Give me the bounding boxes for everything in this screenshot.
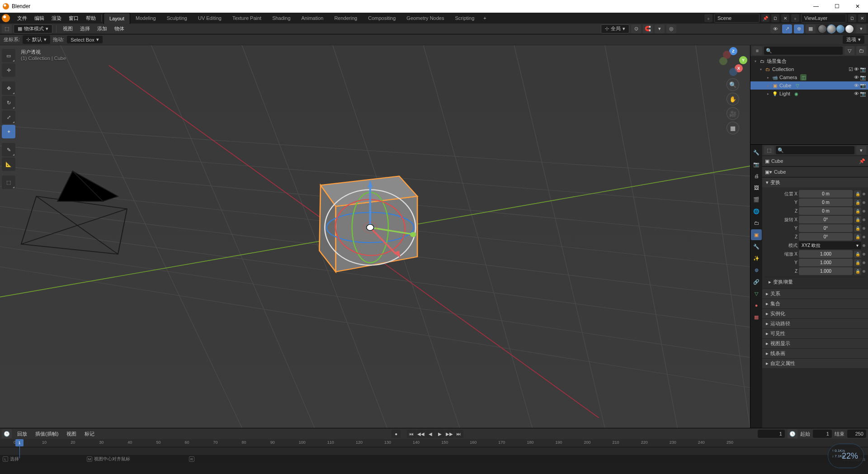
viewlayer-name-field[interactable]: ViewLayer — [801, 14, 846, 23]
blender-logo-icon[interactable] — [2, 14, 10, 22]
scl-x-field[interactable]: 1.000 — [799, 250, 853, 258]
material-shading-icon[interactable] — [836, 25, 844, 33]
coord-dropdown[interactable]: ⊹默认▾ — [23, 35, 50, 44]
close-button[interactable]: ✕ — [847, 0, 868, 13]
loc-x-field[interactable]: 0 m — [799, 190, 853, 198]
vp-menu-select[interactable]: 选择 — [77, 25, 93, 32]
ptab-material[interactable]: ● — [751, 300, 762, 311]
select-box-tool[interactable]: ▭ — [2, 49, 15, 62]
end-frame-field[interactable]: 250 — [847, 430, 866, 438]
scene-new-icon[interactable]: 🗋 — [771, 14, 779, 22]
ptab-constraints[interactable]: 🔗 — [751, 276, 762, 287]
scale-tool[interactable]: ⤢ — [2, 110, 15, 124]
tl-keying[interactable]: 插值(插帧) — [33, 431, 61, 437]
perspective-toggle-icon[interactable]: ▦ — [727, 122, 739, 134]
loc-z-field[interactable]: 0 m — [799, 207, 853, 215]
pan-icon[interactable]: ✋ — [727, 93, 739, 105]
panel-transform-header[interactable]: ▾变换 — [762, 177, 868, 187]
rendered-shading-icon[interactable] — [845, 25, 854, 33]
prev-keyframe-button[interactable]: ◀◀ — [416, 430, 425, 438]
panel-motion-header[interactable]: ▸运动路径 — [762, 318, 868, 328]
viewlayer-browse-icon[interactable]: ⬨ — [791, 14, 799, 22]
workspace-tab-texture-paint[interactable]: Texture Paint — [227, 13, 267, 24]
menu-render[interactable]: 渲染 — [48, 13, 65, 24]
ptab-particles[interactable]: ✨ — [751, 253, 762, 264]
properties-editor-icon[interactable]: ⬚ — [764, 146, 774, 155]
workspace-tab-geometry-nodes[interactable]: Geometry Nodes — [401, 13, 449, 24]
play-button[interactable]: ▶ — [435, 430, 444, 438]
rotation-mode-dropdown[interactable]: XYZ 欧拉▾ — [799, 242, 861, 249]
outliner-editor-icon[interactable]: ≡ — [752, 46, 762, 55]
current-frame-field[interactable]: 1 — [758, 430, 785, 438]
autokey-toggle[interactable]: ● — [392, 430, 401, 438]
ptab-output[interactable]: 🖨 — [751, 171, 762, 181]
annotate-tool[interactable]: ✎ — [2, 143, 15, 156]
properties-search[interactable]: 🔍 — [776, 146, 854, 154]
shading-options-icon[interactable]: ▾ — [856, 24, 866, 33]
scl-z-field[interactable]: 1.000 — [799, 267, 853, 275]
viewlayer-new-icon[interactable]: 🗋 — [848, 14, 856, 22]
start-frame-field[interactable]: 1 — [813, 430, 832, 438]
ptab-tool[interactable]: 🔧 — [751, 147, 762, 158]
workspace-tab-sculpting[interactable]: Sculpting — [161, 13, 193, 24]
vp-menu-view[interactable]: 视图 — [60, 25, 75, 32]
ptab-scene[interactable]: 🎬 — [751, 194, 762, 205]
ptab-render[interactable]: 📷 — [751, 159, 762, 170]
solid-shading-icon[interactable] — [827, 25, 835, 33]
add-cube-tool[interactable]: ⬚ — [2, 175, 15, 189]
scene-del-icon[interactable]: ✕ — [781, 14, 789, 22]
minimize-button[interactable]: — — [806, 0, 826, 13]
ptab-object[interactable]: ▣ — [751, 229, 762, 240]
tl-marker[interactable]: 标记 — [82, 431, 97, 437]
panel-collections-header[interactable]: ▸集合 — [762, 299, 868, 308]
tl-view[interactable]: 视图 — [64, 431, 79, 437]
axis-gizmo[interactable]: Z Y X — [719, 49, 746, 76]
panel-visibility-header[interactable]: ▸可见性 — [762, 328, 868, 338]
collection-row[interactable]: ▾🗀Collection ☑👁📷 — [750, 65, 868, 73]
cursor-tool[interactable]: ✛ — [2, 63, 15, 77]
add-workspace-button[interactable]: + — [480, 15, 490, 21]
timeline-editor-icon[interactable]: 🕒 — [2, 429, 12, 438]
rot-z-field[interactable]: 0° — [799, 233, 853, 241]
ptab-texture[interactable]: ▩ — [751, 312, 762, 322]
scene-name-field[interactable]: Scene — [714, 14, 760, 23]
outliner-filter-icon[interactable]: ▽ — [844, 46, 854, 55]
frame-lock-icon[interactable]: 🕓 — [788, 429, 797, 438]
outliner-new-collection-icon[interactable]: 🗀 — [856, 46, 866, 55]
zoom-icon[interactable]: 🔍 — [727, 79, 739, 90]
scl-y-field[interactable]: 1.000 — [799, 259, 853, 266]
rot-x-field[interactable]: 0° — [799, 216, 853, 223]
drag-dropdown[interactable]: Select Box▾ — [67, 36, 103, 43]
panel-instancing-header[interactable]: ▸实例化 — [762, 308, 868, 318]
visibility-icon[interactable]: 👁 — [770, 24, 780, 33]
maximize-button[interactable]: ☐ — [826, 0, 847, 13]
menu-edit[interactable]: 编辑 — [31, 13, 48, 24]
workspace-tab-modeling[interactable]: Modeling — [130, 13, 161, 24]
outliner-item-light[interactable]: ▸💡Light◉👁📷 — [750, 90, 868, 98]
workspace-tab-compositing[interactable]: Compositing — [363, 13, 401, 24]
panel-delta-header[interactable]: ▸变换增量 — [765, 277, 865, 287]
panel-viewport-header[interactable]: ▸视图显示 — [762, 338, 868, 348]
viewlayer-del-icon[interactable]: ✕ — [858, 14, 866, 22]
panel-lineart-header[interactable]: ▸线条画 — [762, 348, 868, 358]
ptab-viewlayer[interactable]: 🖼 — [751, 182, 762, 193]
outliner-item-cube[interactable]: ▸▣Cube▽👁📷 — [750, 81, 868, 90]
ptab-collection[interactable]: 🗀 — [751, 218, 762, 228]
ptab-modifiers[interactable]: 🔧 — [751, 241, 762, 252]
shading-mode-group[interactable] — [817, 24, 854, 33]
snap-target-icon[interactable]: ▾ — [655, 24, 665, 33]
data-breadcrumb[interactable]: ▣▾Cube — [762, 166, 868, 177]
workspace-tab-animation[interactable]: Animation — [296, 13, 329, 24]
loc-y-field[interactable]: 0 m — [799, 199, 853, 206]
ptab-world[interactable]: 🌐 — [751, 206, 762, 217]
scene-collection-row[interactable]: ▾🗀场景集合 — [750, 57, 868, 65]
playhead[interactable]: 1 — [15, 439, 24, 446]
workspace-tab-uv-editing[interactable]: UV Editing — [193, 13, 227, 24]
vp-menu-object[interactable]: 物体 — [112, 25, 127, 32]
tl-playback[interactable]: 回放 — [14, 431, 30, 437]
object-breadcrumb[interactable]: ▣Cube 📌 — [762, 156, 868, 166]
properties-options-icon[interactable]: ▾ — [856, 146, 866, 155]
vp-menu-add[interactable]: 添加 — [94, 25, 110, 32]
jump-end-button[interactable]: ⏭ — [454, 430, 463, 438]
next-keyframe-button[interactable]: ▶▶ — [445, 430, 454, 438]
